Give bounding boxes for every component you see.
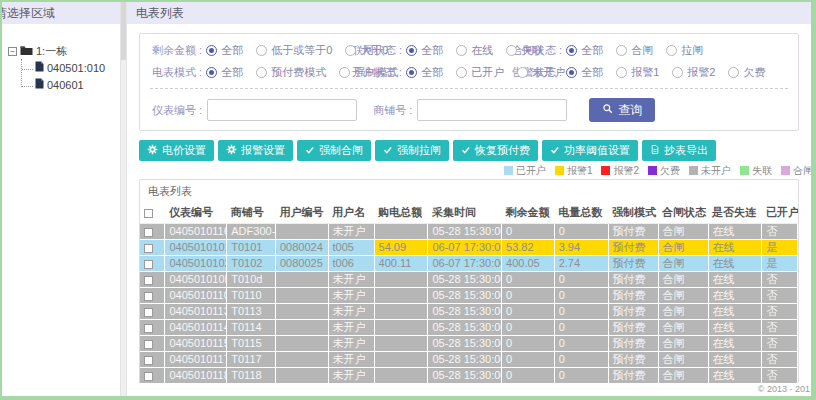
row-checkbox[interactable] [144,356,153,365]
table-cell: 在线 [708,352,762,368]
radio-option[interactable]: 报警1 [616,65,659,80]
tree-node[interactable]: 040601 [22,76,116,93]
row-checkbox[interactable] [144,308,153,317]
legend-item: 合闸 [781,164,813,178]
radio-option[interactable]: 欠费 [728,65,765,80]
radio-icon[interactable] [256,45,267,56]
row-checkbox-cell [140,256,165,272]
toolbar-button[interactable]: 恢复预付费 [453,140,538,161]
radio-option[interactable]: 预付费模式 [256,65,326,80]
tree-root-label[interactable]: 1:一栋 [36,44,67,59]
toolbar-button[interactable]: 抄表导出 [642,140,716,161]
radio-option[interactable]: 全部 [566,43,603,58]
table-row[interactable]: 0405010115T0115未开户05-28 15:30:0000预付费合闸在… [140,336,798,352]
radio-selected-icon[interactable] [566,67,577,78]
meter-no-input[interactable] [207,99,357,121]
radio-option[interactable]: 拉闸 [666,43,703,58]
radio-option[interactable]: 全部 [206,65,243,80]
table-row[interactable]: 0405010116ADF300-D 3未开户05-28 15:30:0000预… [140,224,798,240]
radio-option[interactable]: 已开户 [456,65,504,80]
table-row[interactable]: 0405010101T01010080024t00554.0906-07 17:… [140,240,798,256]
column-header: 购电总额 [374,202,428,224]
radio-icon[interactable] [456,67,467,78]
table-row[interactable]: 0405010113T0113未开户05-28 15:30:0000预付费合闸在… [140,304,798,320]
tree-node-label[interactable]: 040501:010 [47,62,105,74]
shop-no-input[interactable] [417,99,567,121]
table-cell: 在线 [708,304,762,320]
radio-option[interactable]: 在线 [456,43,493,58]
row-checkbox-cell [140,224,165,240]
row-checkbox[interactable] [144,372,153,381]
table-cell: 合闸 [658,320,708,336]
radio-selected-icon[interactable] [406,45,417,56]
radio-icon[interactable] [256,67,267,78]
row-checkbox[interactable] [144,340,153,349]
radio-option[interactable]: 低于或等于0 [256,43,332,58]
toolbar-button[interactable]: 强制拉闸 [375,140,449,161]
toolbar-button[interactable]: 报警设置 [218,140,293,161]
radio-icon[interactable] [672,67,683,78]
radio-selected-icon[interactable] [566,45,577,56]
table-row[interactable]: 040501010DT010d未开户05-28 15:30:0000预付费合闸在… [140,272,798,288]
table-cell: 05-28 15:30:00 [428,336,502,352]
column-header: 合闸状态 [658,202,708,224]
tree-node[interactable]: 040501:010 [22,59,116,76]
radio-icon[interactable] [616,67,627,78]
radio-option[interactable]: 报警2 [672,65,715,80]
table-cell: 0 [554,320,608,336]
row-checkbox[interactable] [144,228,153,237]
table-row[interactable]: 0405010117T0117未开户05-28 15:30:0000预付费合闸在… [140,352,798,368]
column-header: 已开户 [762,202,798,224]
tree-collapse-icon[interactable]: − [8,47,17,56]
radio-icon[interactable] [456,45,467,56]
radio-selected-icon[interactable] [206,45,217,56]
radio-icon[interactable] [339,67,350,78]
table-row[interactable]: 0405010118T0118未开户05-28 15:30:0000预付费合闸在… [140,368,798,384]
tree-children: 040501:010040601 [21,59,116,93]
radio-option-label: 低于或等于0 [271,43,332,58]
table-cell: 否 [762,272,798,288]
radio-selected-icon[interactable] [406,67,417,78]
query-button[interactable]: 查询 [589,98,655,122]
legend-label: 失联 [752,164,772,178]
radio-icon[interactable] [728,67,739,78]
row-checkbox[interactable] [144,260,153,269]
select-all-checkbox[interactable] [144,209,153,218]
radio-option[interactable]: 全部 [566,65,603,80]
radio-icon[interactable] [616,45,627,56]
row-checkbox[interactable] [144,292,153,301]
radio-selected-icon[interactable] [206,67,217,78]
table-row[interactable]: 0405010114T0114未开户05-28 15:30:0000预付费合闸在… [140,320,798,336]
table-cell: 是 [762,256,798,272]
document-icon [35,61,44,74]
table-cell: 05-28 15:30:00 [428,304,502,320]
table-cell: 在线 [708,256,762,272]
toolbar-button[interactable]: 功率阈值设置 [542,140,638,161]
table-cell: 05-28 15:30:00 [428,288,502,304]
region-sidebar: 请选择区域 − 1:一栋 040501:010040601 [2,2,120,396]
radio-option[interactable]: 全部 [206,43,243,58]
legend-label: 报警1 [567,164,593,178]
toolbar-button[interactable]: 电价设置 [139,140,214,161]
radio-icon[interactable] [666,45,677,56]
table-cell: 0 [554,288,608,304]
scrollbar-thumb[interactable] [121,2,126,60]
table-row[interactable]: 0405010110T0110未开户05-28 15:30:0000预付费合闸在… [140,288,798,304]
radio-option[interactable]: 合闸 [616,43,653,58]
table-row[interactable]: 0405010102T01020080025t006400.1106-07 17… [140,256,798,272]
row-checkbox[interactable] [144,244,153,253]
sidebar-scrollbar[interactable] [120,2,127,396]
table-cell: 0 [502,224,555,240]
table-cell: 0080025 [275,256,328,272]
radio-option[interactable]: 全部 [406,43,443,58]
toolbar-button-label: 报警设置 [241,143,285,158]
row-checkbox[interactable] [144,324,153,333]
table-cell: 预付费 [608,368,658,384]
tree-root-node[interactable]: − 1:一栋 [8,44,116,59]
tree-node-label[interactable]: 040601 [47,79,84,91]
row-checkbox-cell [140,352,165,368]
radio-option[interactable]: 全部 [406,65,443,80]
row-checkbox[interactable] [144,276,153,285]
toolbar-button[interactable]: 强制合闸 [297,140,371,161]
table-cell: 05-28 15:30:00 [428,272,502,288]
